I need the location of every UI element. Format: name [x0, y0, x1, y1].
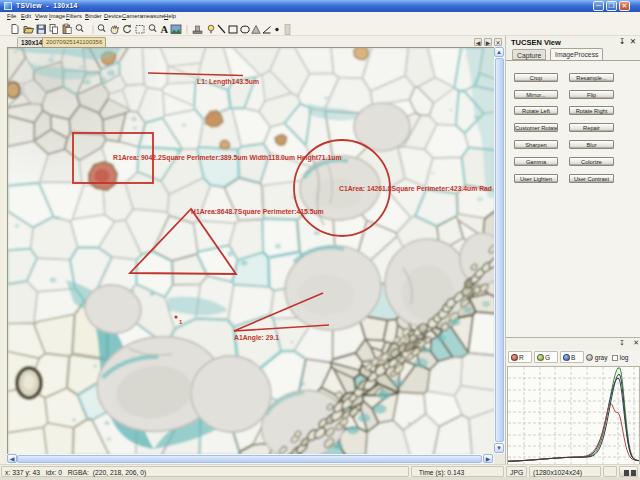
svg-text:L1: Length143.5um: L1: Length143.5um [197, 78, 259, 86]
svg-text:A: A [161, 24, 169, 35]
svg-text:C1Area: 14261.8Square Perimet: C1Area: 14261.8Square Perimeter:423.4um … [339, 185, 492, 193]
svg-text:A1Angle: 29.1: A1Angle: 29.1 [234, 334, 279, 342]
svg-text:H1Area:8648.7Square Perimeter:: H1Area:8648.7Square Perimeter:415.5um [191, 208, 324, 216]
